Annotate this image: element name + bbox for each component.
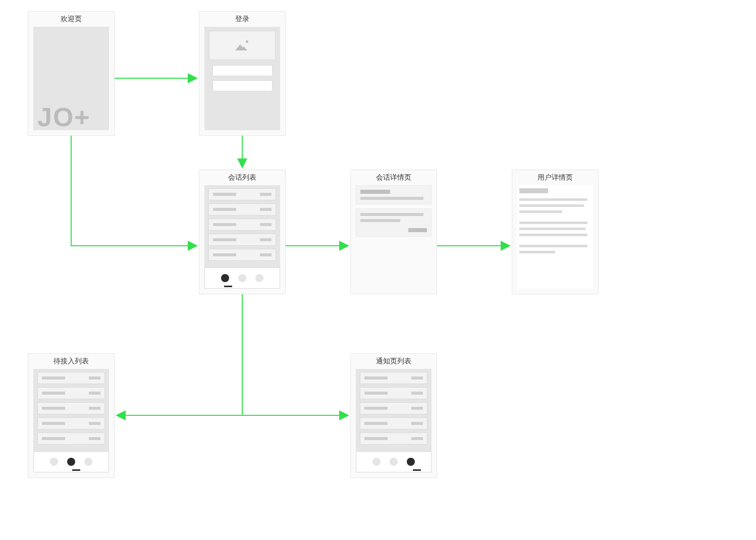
node-title: 欢迎页 [33,15,109,24]
tab-bar [33,451,109,472]
list-panel [204,185,280,267]
list-item[interactable] [37,387,105,399]
tab-dot-1[interactable] [238,274,246,282]
login-form-panel [204,27,280,130]
list-item[interactable] [360,372,427,384]
node-title: 会话列表 [204,173,280,182]
list-panel [356,369,431,451]
splash-image-placeholder: JO+ [33,27,109,130]
node-login: 登录 [199,11,286,136]
node-pending-list: 待接入列表 [28,353,115,478]
list-item[interactable] [208,249,276,261]
tab-indicator [413,469,421,471]
list-item[interactable] [208,203,276,215]
list-item[interactable] [37,433,105,445]
list-item[interactable] [208,188,276,200]
node-title: 通知页列表 [356,357,431,366]
tab-bar [204,267,280,289]
list-item[interactable] [360,433,427,445]
logo-text: JO+ [37,104,91,130]
paragraph-block [356,208,431,237]
list-item[interactable] [360,387,427,399]
paragraph-block [356,185,431,204]
username-field[interactable] [212,65,273,76]
list-item[interactable] [37,417,105,429]
list-panel [33,369,109,451]
tab-dot-2[interactable] [407,458,415,466]
tab-dot-0[interactable] [372,458,381,466]
tab-dot-1[interactable] [67,458,75,466]
list-item[interactable] [37,372,105,384]
tab-dot-1[interactable] [390,458,398,466]
node-welcome: 欢迎页 JO+ [28,11,115,136]
tab-indicator [72,469,80,471]
list-item[interactable] [208,234,276,246]
node-user-detail: 用户详情页 [512,170,599,294]
image-placeholder [209,31,276,60]
tab-dot-0[interactable] [50,458,58,466]
node-session-detail: 会话详情页 [350,170,437,294]
list-item[interactable] [37,402,105,414]
arrow-sessionlist-to-notify [242,294,347,415]
password-field[interactable] [212,80,273,91]
node-title: 登录 [204,15,280,24]
tab-dot-2[interactable] [255,274,263,282]
picture-icon [235,40,249,50]
tab-dot-2[interactable] [84,458,92,466]
list-item[interactable] [360,417,427,429]
document-panel [517,185,593,289]
arrow-welcome-to-sessionlist [71,136,196,246]
list-item[interactable] [360,402,427,414]
node-title: 待接入列表 [33,357,109,366]
tab-dot-0[interactable] [221,274,229,282]
tab-bar [356,451,431,472]
node-title: 会话详情页 [356,173,431,182]
tab-indicator [224,286,232,287]
arrow-sessionlist-to-pending [118,294,242,415]
node-session-list: 会话列表 [199,170,286,294]
flow-canvas: 欢迎页 JO+ 登录 会话列表 [0,0,756,540]
list-item[interactable] [208,219,276,231]
node-title: 用户详情页 [517,173,593,182]
node-notify-list: 通知页列表 [350,353,437,478]
